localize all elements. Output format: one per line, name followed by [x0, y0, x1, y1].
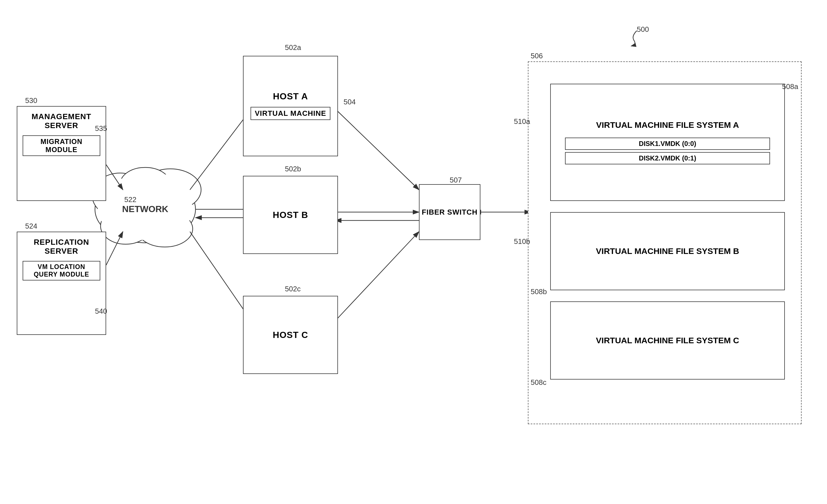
svg-point-8: [140, 174, 196, 211]
svg-point-3: [101, 208, 151, 244]
host-a-outer-box: HOST A VIRTUAL MACHINE: [243, 56, 338, 156]
svg-point-9: [106, 212, 151, 243]
replication-server-outer: REPLICATION SERVER VM LOCATION QUERY MOD…: [17, 232, 106, 335]
fiber-switch-box: FIBER SWITCH: [419, 184, 480, 240]
ref-540: 540: [95, 307, 107, 316]
disk2-box: DISK2.VMDK (0:1): [565, 152, 770, 164]
vmfs-c-box: VIRTUAL MACHINE FILE SYSTEM C: [550, 301, 785, 380]
ref-535: 535: [95, 124, 107, 133]
vmfs-a-label: VIRTUAL MACHINE FILE SYSTEM A: [596, 119, 739, 131]
svg-line-19: [335, 109, 419, 190]
ref-507: 507: [450, 176, 462, 184]
ref-508c: 508c: [531, 378, 546, 387]
ref-502c: 502c: [285, 285, 300, 293]
vmfs-a-box: VIRTUAL MACHINE FILE SYSTEM A DISK1.VMDK…: [550, 84, 785, 201]
vmfs-b-label: VIRTUAL MACHINE FILE SYSTEM B: [596, 245, 739, 257]
disk1-box: DISK1.VMDK (0:0): [565, 137, 770, 150]
svg-point-2: [140, 169, 201, 211]
vmfs-b-box: VIRTUAL MACHINE FILE SYSTEM B: [550, 212, 785, 290]
management-server-outer: MANAGEMENT SERVER MIGRATION MODULE: [17, 106, 106, 201]
ref-508a: 508a: [782, 82, 798, 91]
svg-line-15: [190, 109, 251, 190]
ref-524: 524: [25, 222, 37, 230]
host-c-box: HOST C: [243, 296, 338, 374]
svg-point-10: [138, 214, 189, 244]
svg-line-13: [106, 165, 123, 190]
svg-point-4: [137, 211, 193, 247]
squiggle-500: [615, 25, 648, 47]
ref-510b: 510b: [514, 237, 530, 246]
svg-line-18: [190, 232, 251, 321]
management-server-label: MANAGEMENT SERVER: [17, 112, 106, 130]
svg-point-6: [98, 179, 193, 240]
host-b-box: HOST B: [243, 176, 338, 254]
diagram-container: NETWORK: [0, 0, 827, 504]
svg-point-0: [95, 176, 196, 243]
virtual-machine-box: VIRTUAL MACHINE: [250, 107, 330, 120]
vm-location-box: VM LOCATION QUERY MODULE: [22, 261, 100, 280]
ref-506: 506: [531, 52, 543, 60]
svg-line-22: [335, 232, 419, 321]
replication-server-label: REPLICATION SERVER: [17, 238, 106, 256]
ref-504: 504: [344, 98, 355, 106]
ref-508b: 508b: [531, 287, 547, 296]
ref-530: 530: [25, 96, 37, 105]
ref-510a: 510a: [514, 117, 530, 126]
svg-text:NETWORK: NETWORK: [122, 204, 168, 214]
ref-502a: 502a: [285, 43, 301, 52]
ref-522: 522: [124, 195, 136, 204]
svg-line-14: [106, 232, 123, 265]
host-a-label: HOST A: [273, 91, 308, 102]
vmfs-c-label: VIRTUAL MACHINE FILE SYSTEM C: [596, 335, 739, 346]
ref-502b: 502b: [285, 165, 301, 173]
migration-module-box: MIGRATION MODULE: [22, 135, 100, 156]
